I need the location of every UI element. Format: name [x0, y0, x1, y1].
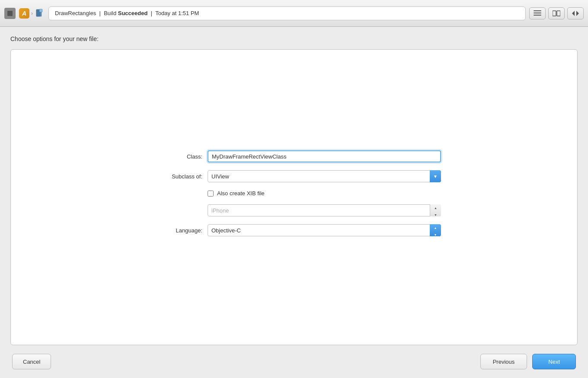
- class-row: Class:: [147, 150, 441, 162]
- timestamp-label: Today at 1:51 PM: [155, 10, 199, 16]
- class-field: [208, 150, 441, 162]
- build-label: Build: [104, 10, 116, 16]
- previous-button[interactable]: Previous: [480, 354, 527, 369]
- xib-field: Also create XIB file: [208, 190, 441, 197]
- project-name-label: DrawRectangles: [55, 10, 96, 16]
- separator-1: |: [96, 10, 104, 16]
- xib-row: Also create XIB file: [147, 190, 441, 197]
- stop-button[interactable]: [4, 8, 16, 19]
- page-title: Choose options for your new file:: [10, 35, 578, 42]
- next-button[interactable]: Next: [532, 354, 576, 369]
- svg-rect-6: [553, 11, 556, 16]
- svg-rect-2: [39, 9, 42, 12]
- xib-checkbox-row: Also create XIB file: [208, 190, 441, 197]
- titlebar: A › DrawRectangles | Build Succeeded | T…: [0, 0, 588, 27]
- form-container: Class: Subclass of: UIView UIViewControl…: [147, 150, 441, 244]
- project-icon: A: [19, 8, 29, 19]
- bottom-bar: Cancel Previous Next: [10, 354, 578, 369]
- svg-rect-3: [534, 10, 541, 11]
- list-view-button[interactable]: [529, 7, 546, 19]
- language-field: Objective-C Swift: [208, 224, 441, 236]
- cancel-button[interactable]: Cancel: [12, 354, 51, 369]
- main-content: Choose options for your new file: Class:…: [0, 27, 588, 378]
- stop-icon: [7, 11, 13, 16]
- build-status-label: Succeeded: [118, 10, 148, 16]
- separator-2: |: [147, 10, 155, 16]
- svg-rect-5: [534, 15, 541, 16]
- titlebar-actions: [529, 7, 584, 19]
- dialog-panel: Class: Subclass of: UIView UIViewControl…: [10, 49, 578, 345]
- toggle-view-button[interactable]: [567, 7, 584, 19]
- right-buttons: Previous Next: [480, 354, 576, 369]
- svg-marker-8: [572, 11, 575, 16]
- svg-rect-7: [557, 11, 560, 16]
- xib-checkbox-label: Also create XIB file: [217, 190, 265, 197]
- subclass-field: UIView UIViewController NSObject: [208, 170, 441, 182]
- subclass-select[interactable]: UIView UIViewController NSObject: [208, 170, 441, 182]
- device-select-container: iPhone iPad Universal: [208, 204, 441, 216]
- build-status-bar: DrawRectangles | Build Succeeded | Today…: [48, 6, 526, 20]
- language-select-container: Objective-C Swift: [208, 224, 441, 236]
- file-icon: [35, 8, 45, 19]
- chevron-icon: ›: [31, 10, 33, 16]
- device-select[interactable]: iPhone iPad Universal: [208, 204, 441, 216]
- language-row: Language: Objective-C Swift: [147, 224, 441, 236]
- subclass-select-container: UIView UIViewController NSObject: [208, 170, 441, 182]
- language-label: Language:: [147, 227, 208, 234]
- breadcrumb: A ›: [19, 8, 45, 19]
- svg-marker-9: [576, 11, 579, 16]
- device-field: iPhone iPad Universal: [208, 204, 441, 216]
- subclass-row: Subclass of: UIView UIViewController NSO…: [147, 170, 441, 182]
- xib-checkbox[interactable]: [208, 191, 214, 197]
- editor-view-button[interactable]: [548, 7, 565, 19]
- language-select[interactable]: Objective-C Swift: [208, 224, 441, 236]
- svg-rect-4: [534, 13, 541, 13]
- subclass-label: Subclass of:: [147, 173, 208, 180]
- device-row: iPhone iPad Universal: [147, 204, 441, 216]
- class-label: Class:: [147, 153, 208, 160]
- class-input[interactable]: [208, 150, 441, 162]
